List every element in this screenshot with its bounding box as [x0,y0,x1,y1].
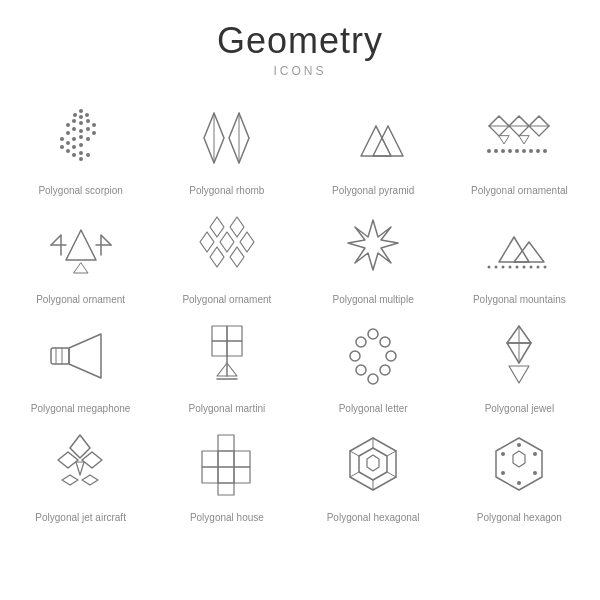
svg-point-43 [515,149,519,153]
svg-rect-71 [51,348,69,364]
svg-marker-35 [509,126,529,136]
svg-rect-75 [212,326,227,341]
svg-point-19 [66,141,70,145]
svg-marker-38 [519,136,529,144]
svg-point-69 [537,266,540,269]
svg-point-121 [533,471,537,475]
svg-point-64 [502,266,505,269]
ornamental-label: Polygonal ornamental [471,184,568,197]
svg-rect-104 [202,467,218,483]
svg-point-10 [79,129,83,133]
svg-point-3 [66,123,70,127]
mountains-icon [474,207,564,287]
svg-point-87 [356,365,366,375]
svg-point-65 [509,266,512,269]
svg-rect-105 [218,467,234,483]
svg-marker-94 [70,435,90,458]
svg-rect-106 [234,467,250,483]
icon-cell-hexagonal: Polygonal hexagonal [303,425,444,524]
svg-marker-97 [76,462,84,475]
svg-point-6 [85,113,89,117]
svg-point-66 [516,266,519,269]
icon-cell-hexagon: Polygonal hexagon [449,425,590,524]
svg-marker-55 [210,247,224,267]
scorpion-icon [36,98,126,178]
svg-marker-93 [509,366,529,383]
svg-point-122 [517,481,521,485]
icon-cell-rhomb: Polygonal rhomb [156,98,297,197]
svg-point-13 [92,131,96,135]
icon-cell-pyramid: Polygonal pyramid [303,98,444,197]
icon-cell-ornament1: Polygonal ornament [10,207,151,306]
svg-marker-53 [220,232,234,252]
rhomb-icon [182,98,272,178]
svg-marker-60 [499,237,529,262]
icon-cell-ornament2: Polygonal ornament [156,207,297,306]
svg-point-45 [529,149,533,153]
multiple-label: Polygonal multiple [333,293,414,306]
house-icon [182,425,272,505]
svg-line-113 [387,472,396,477]
svg-marker-34 [489,126,509,136]
rhomb-label: Polygonal rhomb [189,184,264,197]
svg-point-119 [517,443,521,447]
svg-rect-77 [212,341,227,356]
letter-label: Polygonal letter [339,402,408,415]
svg-point-9 [86,127,90,131]
megaphone-label: Polygonal megaphone [31,402,131,415]
svg-point-17 [79,143,83,147]
icon-cell-martini: Polygonal martini [156,316,297,415]
svg-marker-58 [230,217,244,237]
svg-point-25 [79,157,83,161]
jet-icon [36,425,126,505]
svg-marker-72 [69,334,101,378]
jewel-icon [474,316,564,396]
jet-label: Polygonal jet aircraft [35,511,126,524]
svg-point-5 [73,113,77,117]
ornament1-label: Polygonal ornament [36,293,125,306]
svg-point-24 [72,153,76,157]
svg-marker-95 [58,452,78,468]
svg-point-120 [533,452,537,456]
icon-cell-jet: Polygonal jet aircraft [10,425,151,524]
svg-rect-78 [227,341,242,356]
svg-point-21 [60,145,64,149]
svg-point-67 [523,266,526,269]
svg-point-82 [368,329,378,339]
svg-point-8 [72,127,76,131]
jewel-label: Polygonal jewel [485,402,555,415]
svg-line-33 [376,126,391,156]
svg-point-44 [522,149,526,153]
mountains-label: Polygonal mountains [473,293,566,306]
svg-point-12 [92,123,96,127]
svg-marker-56 [230,247,244,267]
svg-point-26 [86,153,90,157]
svg-point-2 [86,119,90,123]
pyramid-label: Polygonal pyramid [332,184,414,197]
svg-point-15 [72,137,76,141]
svg-point-22 [66,149,70,153]
icon-cell-ornamental: Polygonal ornamental [449,98,590,197]
svg-marker-59 [348,220,398,270]
svg-marker-57 [210,217,224,237]
svg-line-116 [350,451,359,456]
svg-point-63 [495,266,498,269]
svg-marker-110 [367,455,379,471]
icon-cell-mountains: Polygonal mountains [449,207,590,306]
icon-cell-jewel: Polygonal jewel [449,316,590,415]
pyramid-icon [328,98,418,178]
ornament1-icon [36,207,126,287]
svg-point-1 [72,119,76,123]
svg-point-20 [60,137,64,141]
svg-point-42 [508,149,512,153]
svg-point-68 [530,266,533,269]
icon-cell-letter: Polygonal letter [303,316,444,415]
svg-line-112 [387,451,396,456]
svg-marker-54 [240,232,254,252]
svg-point-41 [501,149,505,153]
svg-point-16 [86,137,90,141]
hexagon-label: Polygonal hexagon [477,511,562,524]
svg-point-39 [487,149,491,153]
icon-cell-scorpion: Polygonal scorpion [10,98,151,197]
svg-point-86 [386,351,396,361]
